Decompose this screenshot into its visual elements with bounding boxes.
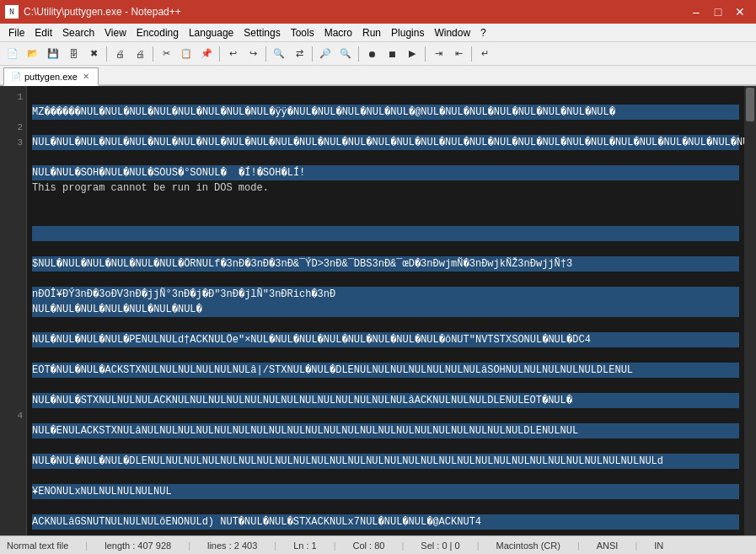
code-line-1b: NUL�NUL�NUL�NUL�NUL�NUL�NUL�NUL�NUL�NUL�… bbox=[32, 135, 739, 150]
line-num-space8 bbox=[3, 241, 23, 256]
toolbar-separator-4 bbox=[265, 46, 266, 62]
macro-record-button[interactable]: ⏺ bbox=[362, 45, 381, 63]
line-num-space15 bbox=[3, 347, 23, 363]
menu-tools[interactable]: Tools bbox=[286, 25, 319, 40]
line-num-space12 bbox=[3, 302, 23, 317]
tab-bar: 📄 puttygen.exe ✕ bbox=[0, 66, 756, 86]
menu-window[interactable]: Window bbox=[429, 25, 475, 40]
line-num-space2 bbox=[3, 150, 23, 165]
toolbar-separator-3 bbox=[219, 46, 220, 62]
copy-button[interactable]: 📋 bbox=[177, 45, 196, 63]
code-line-3a: $NUL�NUL�NUL�NUL�NUL�NUL�ÖRNULf�3nÐ�3nÐ�… bbox=[32, 256, 739, 272]
menu-macro[interactable]: Macro bbox=[319, 25, 357, 40]
open-button[interactable]: 📂 bbox=[24, 45, 42, 63]
code-line-1d: This program cannot be run in DOS mode. bbox=[32, 180, 739, 196]
status-file-type: Normal text file bbox=[7, 541, 68, 551]
menu-settings[interactable]: Settings bbox=[239, 25, 285, 40]
line-num-space5 bbox=[3, 196, 23, 211]
toolbar: 📄 📂 💾 🗄 ✖ 🖨 🖨 ✂ 📋 📌 ↩ ↪ 🔍 ⇄ 🔎 🔍 ⏺ ⏹ ▶ ⇥ … bbox=[0, 42, 756, 66]
code-line-2 bbox=[32, 226, 739, 241]
menu-view[interactable]: View bbox=[99, 25, 131, 40]
paste-button[interactable]: 📌 bbox=[197, 45, 216, 63]
toolbar-separator-5 bbox=[312, 46, 313, 62]
zoom-out-button[interactable]: 🔍 bbox=[336, 45, 355, 63]
maximize-button[interactable]: □ bbox=[707, 3, 729, 20]
menu-file[interactable]: File bbox=[3, 25, 29, 40]
line-num-space16 bbox=[3, 363, 23, 378]
code-line-3c: NUL�NUL�NUL�NUL�NUL�NUL�NUL� bbox=[32, 302, 739, 317]
line-num-space14 bbox=[3, 332, 23, 347]
line-num-space9 bbox=[3, 256, 23, 272]
toolbar-separator-1 bbox=[106, 46, 107, 62]
cut-button[interactable]: ✂ bbox=[157, 45, 175, 63]
code-line-3d: NUL�NUL�NUL�NUL�PENULNULd†ACKNULÖe"×NUL�… bbox=[32, 332, 739, 347]
line-num-space13 bbox=[3, 317, 23, 332]
undo-button[interactable]: ↩ bbox=[223, 45, 242, 63]
menu-edit[interactable]: Edit bbox=[29, 25, 57, 40]
code-line-3g: NUL�ENULACKSTXNULâNULNULNULNULNULNULNULN… bbox=[32, 423, 739, 438]
status-position: Ln : 1 bbox=[293, 541, 317, 551]
print-button[interactable]: 🖨 bbox=[110, 45, 129, 63]
close-button[interactable]: ✕ bbox=[729, 3, 751, 20]
menu-plugins[interactable]: Plugins bbox=[386, 25, 429, 40]
status-bar: Normal text file | length : 407 928 | li… bbox=[0, 535, 756, 554]
code-line-3f: NUL�NUL�STXNULNULNULACKNULNULNULNULNULNU… bbox=[32, 393, 739, 408]
scrollbar-thumb[interactable] bbox=[746, 88, 754, 121]
tab-puttygen[interactable]: 📄 puttygen.exe ✕ bbox=[3, 67, 99, 86]
status-format: ANSI bbox=[597, 541, 619, 551]
save-button[interactable]: 💾 bbox=[44, 45, 62, 63]
title-bar-left: N C:\Utility\puttygen.exe - Notepad++ bbox=[5, 5, 181, 19]
status-lines: lines : 2 403 bbox=[207, 541, 257, 551]
menu-encoding[interactable]: Encoding bbox=[131, 25, 184, 40]
save-all-button[interactable]: 🗄 bbox=[64, 45, 83, 63]
code-line-3i: ¥ENONULxNULNULNULNULNUL bbox=[32, 484, 739, 499]
indent-button[interactable]: ⇥ bbox=[429, 45, 448, 63]
app-icon: N bbox=[5, 5, 19, 19]
title-bar: N C:\Utility\puttygen.exe - Notepad++ – … bbox=[0, 0, 756, 24]
code-line-3e: EOT�NUL�NUL�ACKSTXNULNULNULNULNULNULâ|/S… bbox=[32, 363, 739, 378]
wordwrap-button[interactable]: ↵ bbox=[475, 45, 494, 63]
line-num-3: 3 bbox=[3, 135, 23, 150]
status-length: length : 407 928 bbox=[105, 541, 171, 551]
menu-language[interactable]: Language bbox=[184, 25, 239, 40]
find-button[interactable]: 🔍 bbox=[270, 45, 288, 63]
window-title: C:\Utility\puttygen.exe - Notepad++ bbox=[24, 6, 181, 18]
new-button[interactable]: 📄 bbox=[3, 45, 22, 63]
line-num-space4 bbox=[3, 180, 23, 196]
line-num-4: 4 bbox=[3, 408, 23, 423]
replace-button[interactable]: ⇄ bbox=[290, 45, 308, 63]
menu-search[interactable]: Search bbox=[57, 25, 99, 40]
tab-close-button[interactable]: ✕ bbox=[81, 72, 91, 82]
line-num-space10 bbox=[3, 272, 23, 287]
status-sel: Sel : 0 | 0 bbox=[421, 541, 459, 551]
code-line-1: MZ������NUL�NUL�NUL�NUL�NUL�NUL�NUL�NUL�… bbox=[32, 105, 739, 120]
vertical-scrollbar[interactable] bbox=[744, 86, 756, 535]
minimize-button[interactable]: – bbox=[685, 3, 707, 20]
line-num-space19 bbox=[3, 423, 23, 438]
redo-button[interactable]: ↪ bbox=[244, 45, 262, 63]
editor-container: 1 2 3 4 MZ������NUL�NUL�NUL�NUL�NUL�NUL�… bbox=[0, 86, 756, 535]
line-num-1: 1 bbox=[3, 89, 23, 105]
print-now-button[interactable]: 🖨 bbox=[131, 45, 149, 63]
menu-run[interactable]: Run bbox=[357, 25, 386, 40]
line-numbers: 1 2 3 4 bbox=[0, 86, 27, 535]
outdent-button[interactable]: ⇤ bbox=[449, 45, 468, 63]
toolbar-separator-6 bbox=[358, 46, 359, 62]
line-num-2: 2 bbox=[3, 120, 23, 135]
line-num-space11 bbox=[3, 287, 23, 302]
macro-play-button[interactable]: ▶ bbox=[403, 45, 421, 63]
close-file-button[interactable]: ✖ bbox=[84, 45, 103, 63]
status-mode: IN bbox=[654, 541, 663, 551]
line-num-space1 bbox=[3, 105, 23, 120]
editor-content[interactable]: MZ������NUL�NUL�NUL�NUL�NUL�NUL�NUL�NUL�… bbox=[27, 86, 744, 535]
macro-stop-button[interactable]: ⏹ bbox=[383, 45, 401, 63]
line-num-space3 bbox=[3, 165, 23, 180]
code-line-3b: nÐOÎ¥ÐÝ3nÐ�3oÐV3nÐ�jjÑ°3nÐ�j�Ð"3nÐ�jlÑ"3… bbox=[32, 287, 739, 302]
line-num-space18 bbox=[3, 393, 23, 408]
line-num-space17 bbox=[3, 378, 23, 393]
zoom-in-button[interactable]: 🔎 bbox=[316, 45, 335, 63]
line-num-space6 bbox=[3, 211, 23, 226]
title-bar-controls: – □ ✕ bbox=[685, 3, 751, 20]
menu-help[interactable]: ? bbox=[475, 25, 491, 40]
line-num-space7 bbox=[3, 226, 23, 241]
